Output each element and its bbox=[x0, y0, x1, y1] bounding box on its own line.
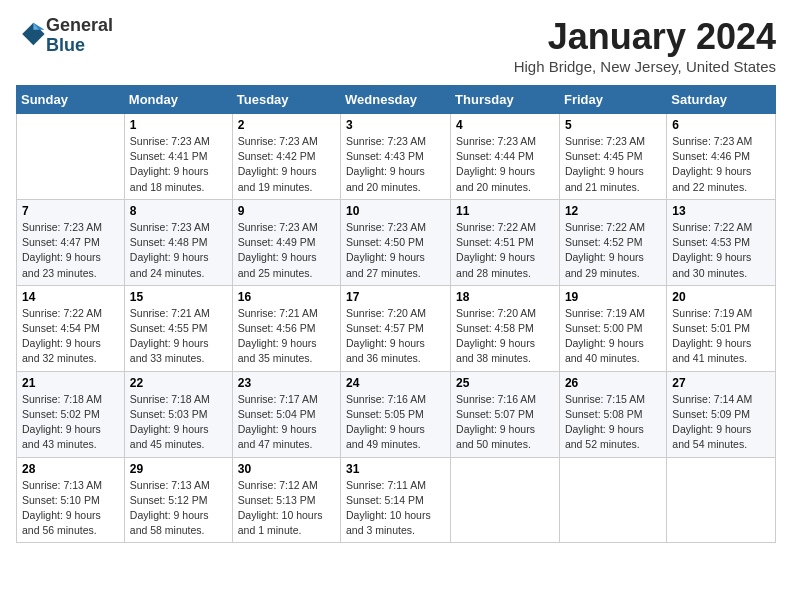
header-day-tuesday: Tuesday bbox=[232, 86, 340, 114]
day-info: Sunrise: 7:22 AM Sunset: 4:51 PM Dayligh… bbox=[456, 220, 554, 281]
day-info: Sunrise: 7:20 AM Sunset: 4:57 PM Dayligh… bbox=[346, 306, 445, 367]
calendar-cell bbox=[17, 114, 125, 200]
header-day-monday: Monday bbox=[124, 86, 232, 114]
day-number: 18 bbox=[456, 290, 554, 304]
day-number: 9 bbox=[238, 204, 335, 218]
day-number: 24 bbox=[346, 376, 445, 390]
day-number: 15 bbox=[130, 290, 227, 304]
day-info: Sunrise: 7:19 AM Sunset: 5:01 PM Dayligh… bbox=[672, 306, 770, 367]
day-info: Sunrise: 7:16 AM Sunset: 5:07 PM Dayligh… bbox=[456, 392, 554, 453]
day-info: Sunrise: 7:12 AM Sunset: 5:13 PM Dayligh… bbox=[238, 478, 335, 539]
calendar-table: SundayMondayTuesdayWednesdayThursdayFrid… bbox=[16, 85, 776, 543]
day-number: 7 bbox=[22, 204, 119, 218]
day-info: Sunrise: 7:18 AM Sunset: 5:02 PM Dayligh… bbox=[22, 392, 119, 453]
day-number: 11 bbox=[456, 204, 554, 218]
calendar-cell: 20Sunrise: 7:19 AM Sunset: 5:01 PM Dayli… bbox=[667, 285, 776, 371]
logo-general-text: General bbox=[46, 15, 113, 35]
calendar-subtitle: High Bridge, New Jersey, United States bbox=[514, 58, 776, 75]
calendar-cell: 10Sunrise: 7:23 AM Sunset: 4:50 PM Dayli… bbox=[341, 199, 451, 285]
day-info: Sunrise: 7:17 AM Sunset: 5:04 PM Dayligh… bbox=[238, 392, 335, 453]
day-info: Sunrise: 7:23 AM Sunset: 4:46 PM Dayligh… bbox=[672, 134, 770, 195]
day-number: 26 bbox=[565, 376, 661, 390]
day-info: Sunrise: 7:19 AM Sunset: 5:00 PM Dayligh… bbox=[565, 306, 661, 367]
calendar-title: January 2024 bbox=[514, 16, 776, 58]
day-number: 8 bbox=[130, 204, 227, 218]
day-number: 27 bbox=[672, 376, 770, 390]
calendar-cell: 12Sunrise: 7:22 AM Sunset: 4:52 PM Dayli… bbox=[559, 199, 666, 285]
header-day-sunday: Sunday bbox=[17, 86, 125, 114]
day-number: 21 bbox=[22, 376, 119, 390]
header-row: SundayMondayTuesdayWednesdayThursdayFrid… bbox=[17, 86, 776, 114]
week-row-3: 14Sunrise: 7:22 AM Sunset: 4:54 PM Dayli… bbox=[17, 285, 776, 371]
day-info: Sunrise: 7:23 AM Sunset: 4:47 PM Dayligh… bbox=[22, 220, 119, 281]
calendar-cell: 23Sunrise: 7:17 AM Sunset: 5:04 PM Dayli… bbox=[232, 371, 340, 457]
calendar-cell: 29Sunrise: 7:13 AM Sunset: 5:12 PM Dayli… bbox=[124, 457, 232, 543]
calendar-cell: 21Sunrise: 7:18 AM Sunset: 5:02 PM Dayli… bbox=[17, 371, 125, 457]
logo-blue-text: Blue bbox=[46, 35, 85, 55]
day-number: 10 bbox=[346, 204, 445, 218]
logo-icon bbox=[18, 20, 46, 48]
calendar-cell bbox=[559, 457, 666, 543]
day-number: 14 bbox=[22, 290, 119, 304]
page-header: General Blue January 2024 High Bridge, N… bbox=[16, 16, 776, 75]
calendar-cell: 30Sunrise: 7:12 AM Sunset: 5:13 PM Dayli… bbox=[232, 457, 340, 543]
day-info: Sunrise: 7:23 AM Sunset: 4:48 PM Dayligh… bbox=[130, 220, 227, 281]
header-day-thursday: Thursday bbox=[451, 86, 560, 114]
day-info: Sunrise: 7:21 AM Sunset: 4:56 PM Dayligh… bbox=[238, 306, 335, 367]
day-number: 23 bbox=[238, 376, 335, 390]
calendar-cell: 14Sunrise: 7:22 AM Sunset: 4:54 PM Dayli… bbox=[17, 285, 125, 371]
calendar-cell: 1Sunrise: 7:23 AM Sunset: 4:41 PM Daylig… bbox=[124, 114, 232, 200]
calendar-cell: 22Sunrise: 7:18 AM Sunset: 5:03 PM Dayli… bbox=[124, 371, 232, 457]
calendar-cell: 24Sunrise: 7:16 AM Sunset: 5:05 PM Dayli… bbox=[341, 371, 451, 457]
day-number: 5 bbox=[565, 118, 661, 132]
calendar-cell bbox=[667, 457, 776, 543]
day-info: Sunrise: 7:16 AM Sunset: 5:05 PM Dayligh… bbox=[346, 392, 445, 453]
calendar-cell: 2Sunrise: 7:23 AM Sunset: 4:42 PM Daylig… bbox=[232, 114, 340, 200]
calendar-cell: 4Sunrise: 7:23 AM Sunset: 4:44 PM Daylig… bbox=[451, 114, 560, 200]
day-info: Sunrise: 7:14 AM Sunset: 5:09 PM Dayligh… bbox=[672, 392, 770, 453]
calendar-cell bbox=[451, 457, 560, 543]
day-number: 20 bbox=[672, 290, 770, 304]
calendar-cell: 19Sunrise: 7:19 AM Sunset: 5:00 PM Dayli… bbox=[559, 285, 666, 371]
day-number: 25 bbox=[456, 376, 554, 390]
day-info: Sunrise: 7:20 AM Sunset: 4:58 PM Dayligh… bbox=[456, 306, 554, 367]
calendar-cell: 13Sunrise: 7:22 AM Sunset: 4:53 PM Dayli… bbox=[667, 199, 776, 285]
logo: General Blue bbox=[16, 16, 113, 56]
day-number: 17 bbox=[346, 290, 445, 304]
day-number: 28 bbox=[22, 462, 119, 476]
day-number: 30 bbox=[238, 462, 335, 476]
calendar-cell: 27Sunrise: 7:14 AM Sunset: 5:09 PM Dayli… bbox=[667, 371, 776, 457]
week-row-2: 7Sunrise: 7:23 AM Sunset: 4:47 PM Daylig… bbox=[17, 199, 776, 285]
day-number: 22 bbox=[130, 376, 227, 390]
calendar-cell: 31Sunrise: 7:11 AM Sunset: 5:14 PM Dayli… bbox=[341, 457, 451, 543]
day-number: 4 bbox=[456, 118, 554, 132]
day-number: 13 bbox=[672, 204, 770, 218]
day-info: Sunrise: 7:21 AM Sunset: 4:55 PM Dayligh… bbox=[130, 306, 227, 367]
day-info: Sunrise: 7:11 AM Sunset: 5:14 PM Dayligh… bbox=[346, 478, 445, 539]
calendar-cell: 8Sunrise: 7:23 AM Sunset: 4:48 PM Daylig… bbox=[124, 199, 232, 285]
day-info: Sunrise: 7:23 AM Sunset: 4:42 PM Dayligh… bbox=[238, 134, 335, 195]
calendar-cell: 7Sunrise: 7:23 AM Sunset: 4:47 PM Daylig… bbox=[17, 199, 125, 285]
day-number: 2 bbox=[238, 118, 335, 132]
day-info: Sunrise: 7:13 AM Sunset: 5:12 PM Dayligh… bbox=[130, 478, 227, 539]
day-info: Sunrise: 7:23 AM Sunset: 4:50 PM Dayligh… bbox=[346, 220, 445, 281]
calendar-cell: 9Sunrise: 7:23 AM Sunset: 4:49 PM Daylig… bbox=[232, 199, 340, 285]
day-number: 29 bbox=[130, 462, 227, 476]
header-day-wednesday: Wednesday bbox=[341, 86, 451, 114]
calendar-cell: 16Sunrise: 7:21 AM Sunset: 4:56 PM Dayli… bbox=[232, 285, 340, 371]
day-number: 12 bbox=[565, 204, 661, 218]
day-info: Sunrise: 7:18 AM Sunset: 5:03 PM Dayligh… bbox=[130, 392, 227, 453]
day-info: Sunrise: 7:23 AM Sunset: 4:43 PM Dayligh… bbox=[346, 134, 445, 195]
calendar-cell: 3Sunrise: 7:23 AM Sunset: 4:43 PM Daylig… bbox=[341, 114, 451, 200]
header-day-friday: Friday bbox=[559, 86, 666, 114]
day-number: 19 bbox=[565, 290, 661, 304]
day-info: Sunrise: 7:22 AM Sunset: 4:53 PM Dayligh… bbox=[672, 220, 770, 281]
week-row-1: 1Sunrise: 7:23 AM Sunset: 4:41 PM Daylig… bbox=[17, 114, 776, 200]
calendar-cell: 5Sunrise: 7:23 AM Sunset: 4:45 PM Daylig… bbox=[559, 114, 666, 200]
calendar-cell: 6Sunrise: 7:23 AM Sunset: 4:46 PM Daylig… bbox=[667, 114, 776, 200]
day-number: 3 bbox=[346, 118, 445, 132]
day-info: Sunrise: 7:23 AM Sunset: 4:41 PM Dayligh… bbox=[130, 134, 227, 195]
day-info: Sunrise: 7:13 AM Sunset: 5:10 PM Dayligh… bbox=[22, 478, 119, 539]
week-row-4: 21Sunrise: 7:18 AM Sunset: 5:02 PM Dayli… bbox=[17, 371, 776, 457]
day-number: 16 bbox=[238, 290, 335, 304]
